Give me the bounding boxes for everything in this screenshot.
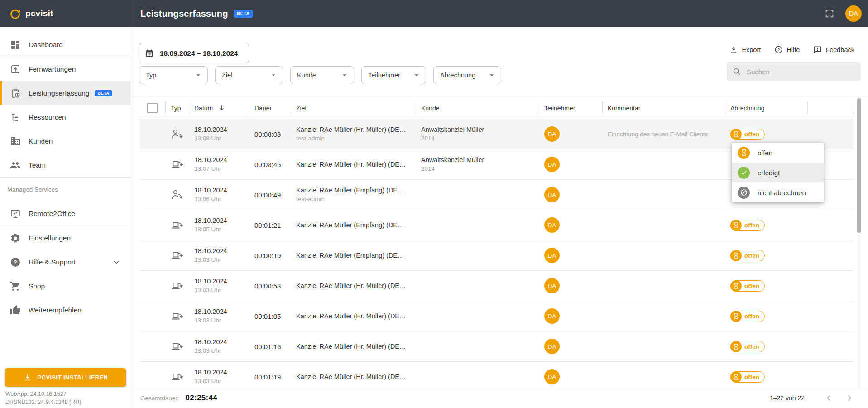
hourglass-icon xyxy=(730,371,742,383)
table-row[interactable]: 18.10.202413:03 Uhr 00:00:19 Kanzlei RAe… xyxy=(140,240,853,270)
remote-device-session-icon xyxy=(170,310,184,322)
sidebar-item-ressourcen[interactable]: Ressourcen xyxy=(0,105,131,129)
search-input[interactable] xyxy=(746,67,847,76)
column-header-kommentar[interactable]: Kommentar xyxy=(602,97,725,119)
participant-avatar: DA xyxy=(544,369,560,384)
billing-option-erledigt[interactable]: erledigt xyxy=(732,163,824,182)
row-comment xyxy=(602,180,725,210)
sidebar-item-shop[interactable]: Shop xyxy=(0,274,131,298)
beta-badge: BETA xyxy=(234,10,253,18)
block-icon xyxy=(738,187,750,199)
help-button[interactable]: ? Hilfe xyxy=(774,45,800,54)
version-line: WebApp: 24.10.16.1527 xyxy=(5,390,81,398)
row-date: 18.10.2024 xyxy=(194,247,249,255)
row-customer: Anwaltskanzlei Müller xyxy=(421,125,539,134)
remote-device-session-icon xyxy=(170,370,184,383)
user-avatar[interactable]: DA xyxy=(845,5,862,22)
dashboard-icon xyxy=(10,39,21,50)
row-duration: 00:00:19 xyxy=(249,240,291,270)
table-row[interactable]: 18.10.202413:03 Uhr 00:01:05 Kanzlei RAe… xyxy=(140,301,853,331)
hourglass-icon xyxy=(738,147,750,159)
date-range-picker[interactable]: 18.09.2024 – 18.10.2024 xyxy=(139,43,249,63)
scrollbar-thumb[interactable] xyxy=(857,98,861,233)
row-time: 13:07 Uhr xyxy=(194,164,249,173)
sidebar-item-label: Remote2Office xyxy=(29,210,75,218)
column-header-label: Dauer xyxy=(254,105,272,112)
sidebar-item-fernwartungen[interactable]: Fernwartungen xyxy=(0,57,131,81)
billing-option-nicht-abrechnen[interactable]: nicht abrechnen xyxy=(732,182,824,202)
filter-dropdown-abrechnung[interactable]: Abrechnung xyxy=(433,66,501,84)
column-header-teilnehmer[interactable]: Teilnehmer xyxy=(539,97,602,119)
billing-status-chip[interactable]: offen xyxy=(730,250,765,261)
row-duration: 00:01:21 xyxy=(249,210,291,240)
filter-dropdown-typ[interactable]: Typ xyxy=(139,66,208,84)
sidebar-item-dashboard[interactable]: Dashboard xyxy=(0,33,131,57)
sidebar-item-remote2office[interactable]: Remote2Office xyxy=(0,202,131,226)
sidebar-item-leistungserfassung[interactable]: Leistungserfassung BETA xyxy=(0,81,131,105)
tree-icon xyxy=(10,112,21,123)
sidebar-item-einstellungen[interactable]: Einstellungen xyxy=(0,226,131,250)
sidebar-item-label: Einstellungen xyxy=(29,234,71,242)
billing-status-chip[interactable]: offen xyxy=(730,341,765,352)
row-duration: 00:00:49 xyxy=(249,180,291,210)
table-row[interactable]: 18.10.202413:03 Uhr 00:01:19 Kanzlei RAe… xyxy=(140,361,853,392)
select-all-checkbox[interactable] xyxy=(147,103,158,113)
table-row[interactable]: 18.10.202413:03 Uhr 00:00:53 Kanzlei RAe… xyxy=(140,270,853,301)
remote-device-session-icon xyxy=(170,279,184,292)
check-icon xyxy=(738,167,750,179)
table-row[interactable]: 18.10.202413:03 Uhr 00:01:16 Kanzlei RAe… xyxy=(140,331,853,361)
topbar: pcvisit Leistungserfassung BETA DA xyxy=(0,0,868,27)
billing-status-chip[interactable]: offen xyxy=(730,311,765,322)
sidebar-item-kunden[interactable]: Kunden xyxy=(0,129,131,153)
column-header-abrechnung[interactable]: Abrechnung xyxy=(725,97,807,119)
sidebar-item-hilfe-support[interactable]: ? Hilfe & Support xyxy=(0,250,131,274)
clipboard-clock-icon xyxy=(10,88,21,99)
column-header-empty xyxy=(807,97,853,119)
filter-dropdown-ziel[interactable]: Ziel xyxy=(215,66,283,84)
sidebar-item-label: Kunden xyxy=(29,137,53,145)
column-header-typ[interactable]: Typ xyxy=(165,97,189,119)
billing-option-label: offen xyxy=(758,149,772,157)
sidebar-item-label: Hilfe & Support xyxy=(29,258,76,266)
column-header-ziel[interactable]: Ziel xyxy=(291,97,416,119)
billing-status-chip[interactable]: offen xyxy=(730,371,765,383)
participant-avatar: DA xyxy=(544,157,560,172)
filter-dropdown-kunde[interactable]: Kunde xyxy=(290,66,354,84)
billing-option-offen[interactable]: offen xyxy=(732,143,824,163)
previous-page-icon[interactable] xyxy=(824,393,834,403)
filter-dropdown-teilnehmer[interactable]: Teilnehmer xyxy=(361,66,426,84)
hourglass-icon xyxy=(730,250,742,261)
sidebar-item-label: Dashboard xyxy=(29,41,63,49)
table-row[interactable]: 18.10.202413:05 Uhr 00:01:21 Kanzlei RAe… xyxy=(140,210,853,240)
install-button[interactable]: PCVISIT INSTALLIEREN xyxy=(5,368,126,387)
column-header-datum[interactable]: Datum xyxy=(189,97,249,119)
svg-text:?: ? xyxy=(14,259,17,265)
chevron-down-icon xyxy=(112,258,121,267)
filter-label: Ziel xyxy=(222,72,232,79)
pcvisit-logo-icon xyxy=(9,8,21,20)
row-time: 13:03 Uhr xyxy=(194,255,249,264)
beta-badge: BETA xyxy=(95,90,112,96)
feedback-button[interactable]: Feedback xyxy=(813,45,854,54)
caret-down-icon xyxy=(340,71,349,80)
install-button-label: PCVISIT INSTALLIEREN xyxy=(38,374,108,381)
row-duration: 00:00:53 xyxy=(249,271,291,301)
total-duration-value: 02:25:44 xyxy=(186,394,217,403)
sidebar-item-team[interactable]: Team xyxy=(0,153,131,177)
download-icon xyxy=(729,45,738,54)
billing-status-chip[interactable]: offen xyxy=(730,280,765,292)
row-time: 13:08 Uhr xyxy=(194,134,249,143)
column-header-kunde[interactable]: Kunde xyxy=(416,97,539,119)
sidebar-item-weiterempfehlen[interactable]: Weiterempfehlen xyxy=(0,298,131,322)
export-button[interactable]: Export xyxy=(729,45,761,54)
next-page-icon[interactable] xyxy=(844,393,854,403)
row-target-sub: test-admin xyxy=(296,195,416,203)
column-header-dauer[interactable]: Dauer xyxy=(249,97,291,119)
row-date: 18.10.2024 xyxy=(194,156,249,164)
billing-status-chip[interactable]: offen xyxy=(730,220,765,231)
billing-status-label: offen xyxy=(741,313,764,320)
calendar-icon xyxy=(145,49,154,58)
fullscreen-icon[interactable] xyxy=(825,9,834,19)
billing-status-chip[interactable]: offen xyxy=(730,129,765,140)
sidebar-item-label: Shop xyxy=(29,282,45,290)
